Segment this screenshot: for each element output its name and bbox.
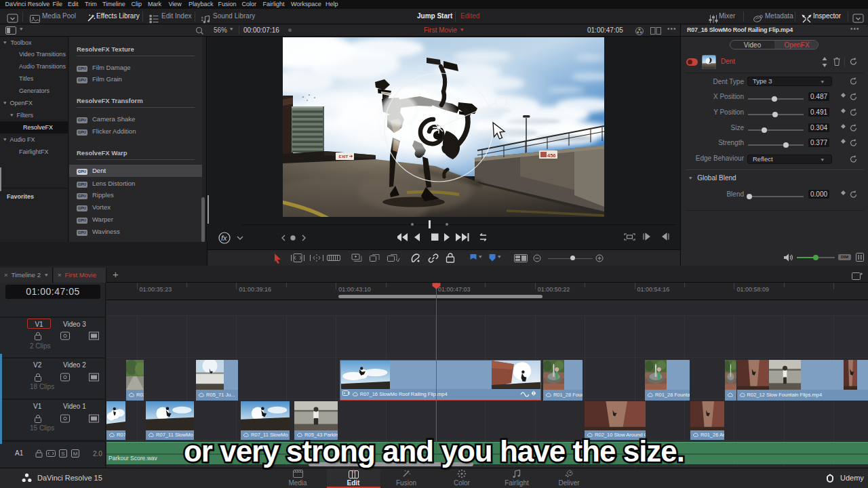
svg-text:456: 456 — [547, 152, 556, 159]
svg-text:fx: fx — [221, 234, 227, 242]
svg-text:EXIT: EXIT — [339, 154, 349, 159]
